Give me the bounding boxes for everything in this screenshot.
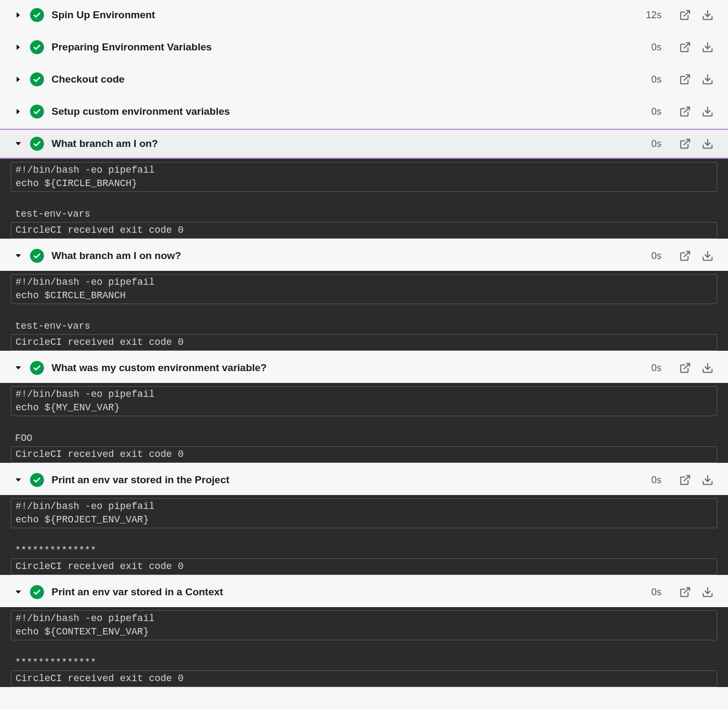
chevron-down-icon[interactable] bbox=[15, 141, 25, 147]
step-duration: 12s bbox=[646, 10, 661, 21]
step-title: Spin Up Environment bbox=[52, 9, 646, 21]
terminal-line: CircleCI received exit code 0 bbox=[16, 560, 712, 573]
terminal-line: ************** bbox=[15, 544, 713, 557]
step-header[interactable]: Print an env var stored in a Context0s bbox=[0, 577, 728, 607]
chevron-down-icon[interactable] bbox=[15, 589, 25, 595]
success-check-icon bbox=[30, 8, 44, 22]
step-row: Setup custom environment variables0s bbox=[0, 97, 728, 127]
step-row: Checkout code0s bbox=[0, 64, 728, 94]
external-link-icon[interactable] bbox=[675, 582, 695, 602]
terminal-line: #!/bin/bash -eo pipefail bbox=[16, 388, 712, 401]
external-link-icon[interactable] bbox=[675, 134, 695, 153]
chevron-down-icon[interactable] bbox=[15, 477, 25, 483]
terminal-output: #!/bin/bash -eo pipefailecho $CIRCLE_BRA… bbox=[0, 271, 728, 351]
svg-line-12 bbox=[684, 364, 689, 369]
svg-line-16 bbox=[684, 588, 689, 593]
terminal-command-block: #!/bin/bash -eo pipefailecho ${MY_ENV_VA… bbox=[11, 386, 717, 416]
step-duration: 0s bbox=[651, 138, 661, 150]
success-check-icon bbox=[30, 40, 44, 54]
chevron-right-icon[interactable] bbox=[15, 12, 25, 18]
success-check-icon bbox=[30, 137, 44, 151]
external-link-icon[interactable] bbox=[675, 246, 695, 265]
step-header[interactable]: What branch am I on?0s bbox=[0, 129, 728, 159]
chevron-down-icon[interactable] bbox=[15, 365, 25, 371]
chevron-right-icon[interactable] bbox=[15, 108, 25, 115]
step-header[interactable]: Checkout code0s bbox=[0, 64, 728, 94]
chevron-right-icon[interactable] bbox=[15, 44, 25, 50]
terminal-line bbox=[15, 306, 713, 320]
step-title: What branch am I on? bbox=[52, 138, 651, 150]
step-duration: 0s bbox=[651, 250, 661, 262]
terminal-line: FOO bbox=[15, 432, 713, 445]
terminal-command-block: #!/bin/bash -eo pipefailecho ${CIRCLE_BR… bbox=[11, 162, 717, 192]
download-icon[interactable] bbox=[698, 5, 717, 25]
step-title: What was my custom environment variable? bbox=[52, 362, 651, 374]
download-icon[interactable] bbox=[698, 70, 717, 89]
external-link-icon[interactable] bbox=[675, 102, 695, 121]
download-icon[interactable] bbox=[698, 134, 717, 153]
terminal-line: CircleCI received exit code 0 bbox=[16, 448, 712, 461]
step-header[interactable]: Setup custom environment variables0s bbox=[0, 97, 728, 127]
external-link-icon[interactable] bbox=[675, 358, 695, 378]
download-icon[interactable] bbox=[698, 358, 717, 378]
step-duration: 0s bbox=[651, 42, 661, 53]
svg-line-14 bbox=[684, 476, 689, 481]
external-link-icon[interactable] bbox=[675, 5, 695, 25]
terminal-command-block: #!/bin/bash -eo pipefailecho $CIRCLE_BRA… bbox=[11, 274, 717, 304]
step-row: Spin Up Environment12s bbox=[0, 0, 728, 30]
step-duration: 0s bbox=[651, 363, 661, 374]
terminal-line: test-env-vars bbox=[15, 320, 713, 333]
terminal-line: CircleCI received exit code 0 bbox=[16, 224, 712, 237]
success-check-icon bbox=[30, 249, 44, 263]
download-icon[interactable] bbox=[698, 470, 717, 490]
step-title: Checkout code bbox=[52, 73, 651, 85]
terminal-line: ************** bbox=[15, 656, 713, 669]
step-header[interactable]: What was my custom environment variable?… bbox=[0, 353, 728, 383]
step-row: What was my custom environment variable?… bbox=[0, 353, 728, 463]
step-title: Setup custom environment variables bbox=[52, 106, 651, 117]
download-icon[interactable] bbox=[698, 102, 717, 121]
terminal-stdout: ************** bbox=[11, 529, 717, 558]
terminal-output: #!/bin/bash -eo pipefailecho ${CONTEXT_E… bbox=[0, 607, 728, 687]
terminal-line: echo ${CIRCLE_BRANCH} bbox=[16, 177, 712, 190]
terminal-line: #!/bin/bash -eo pipefail bbox=[16, 276, 712, 289]
terminal-stdout: FOO bbox=[11, 417, 717, 446]
step-title: Print an env var stored in a Context bbox=[52, 586, 651, 598]
step-duration: 0s bbox=[651, 106, 661, 117]
chevron-down-icon[interactable] bbox=[15, 253, 25, 259]
terminal-command-block: #!/bin/bash -eo pipefailecho ${CONTEXT_E… bbox=[11, 610, 717, 640]
step-header[interactable]: Preparing Environment Variables0s bbox=[0, 32, 728, 62]
external-link-icon[interactable] bbox=[675, 470, 695, 490]
step-duration: 0s bbox=[651, 74, 661, 85]
terminal-line: test-env-vars bbox=[15, 208, 713, 221]
terminal-line: echo $CIRCLE_BRANCH bbox=[16, 289, 712, 302]
step-title: What branch am I on now? bbox=[52, 250, 651, 262]
step-title: Preparing Environment Variables bbox=[52, 41, 651, 53]
download-icon[interactable] bbox=[698, 582, 717, 602]
terminal-line: #!/bin/bash -eo pipefail bbox=[16, 612, 712, 625]
svg-line-6 bbox=[684, 107, 689, 113]
terminal-output: #!/bin/bash -eo pipefailecho ${MY_ENV_VA… bbox=[0, 383, 728, 463]
terminal-exit-block: CircleCI received exit code 0 bbox=[11, 334, 717, 351]
terminal-line: #!/bin/bash -eo pipefail bbox=[16, 164, 712, 177]
step-header[interactable]: Spin Up Environment12s bbox=[0, 0, 728, 30]
terminal-stdout: test-env-vars bbox=[11, 193, 717, 222]
download-icon[interactable] bbox=[698, 246, 717, 265]
svg-line-2 bbox=[684, 43, 689, 48]
external-link-icon[interactable] bbox=[675, 38, 695, 57]
svg-line-10 bbox=[684, 252, 689, 257]
terminal-line bbox=[15, 530, 713, 544]
terminal-line: CircleCI received exit code 0 bbox=[16, 672, 712, 685]
step-row: Preparing Environment Variables0s bbox=[0, 32, 728, 62]
step-header[interactable]: What branch am I on now?0s bbox=[0, 241, 728, 271]
step-duration: 0s bbox=[651, 475, 661, 486]
download-icon[interactable] bbox=[698, 38, 717, 57]
step-header[interactable]: Print an env var stored in the Project0s bbox=[0, 465, 728, 495]
terminal-line bbox=[15, 194, 713, 208]
external-link-icon[interactable] bbox=[675, 70, 695, 89]
svg-line-8 bbox=[684, 139, 689, 145]
success-check-icon bbox=[30, 473, 44, 487]
terminal-stdout: test-env-vars bbox=[11, 305, 717, 334]
chevron-right-icon[interactable] bbox=[15, 76, 25, 83]
success-check-icon bbox=[30, 585, 44, 599]
